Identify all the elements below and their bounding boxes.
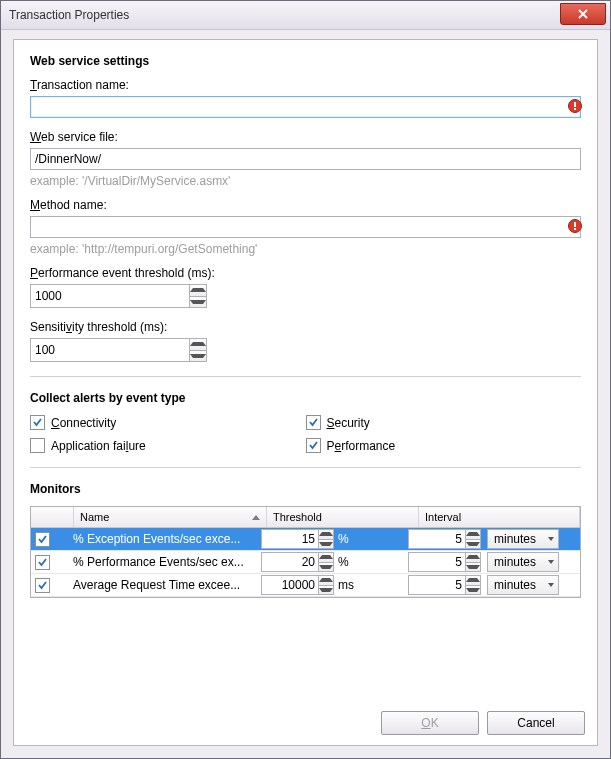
table-row[interactable]: % Performance Events/sec ex...%minutes <box>31 551 580 574</box>
application-failure-label: Application failure <box>51 439 146 453</box>
chevron-down-icon <box>466 542 480 546</box>
section-monitors: Monitors <box>30 482 581 496</box>
svg-rect-2 <box>574 108 576 110</box>
chevron-down-icon <box>548 560 554 564</box>
chevron-up-icon <box>466 555 480 559</box>
interval-input[interactable] <box>409 530 465 548</box>
application-failure-checkbox[interactable] <box>30 438 45 453</box>
close-icon <box>578 9 588 19</box>
web-service-file-hint: example: '/VirtualDir/MyService.asmx' <box>30 174 581 188</box>
interval-unit-label: minutes <box>494 578 536 592</box>
method-name-hint: example: 'http://tempuri.org/GetSomethin… <box>30 242 581 256</box>
spin-down-button[interactable] <box>466 562 480 572</box>
chevron-down-icon <box>190 300 206 304</box>
svg-rect-4 <box>574 222 576 227</box>
chevron-up-icon <box>319 555 333 559</box>
transaction-name-label: Transaction name: <box>30 78 581 92</box>
header-name-col[interactable]: Name <box>74 507 267 527</box>
chevron-down-icon <box>466 588 480 592</box>
monitor-name-cell: % Exception Events/sec exce... <box>69 528 257 550</box>
spin-up-button[interactable] <box>190 285 206 296</box>
spin-up-button[interactable] <box>319 553 333 562</box>
table-row[interactable]: Average Request Time excee...msminutes <box>31 574 580 597</box>
section-web-service-settings: Web service settings <box>30 54 581 68</box>
spin-up-button[interactable] <box>319 530 333 539</box>
chevron-down-icon <box>319 565 333 569</box>
chevron-up-icon <box>319 532 333 536</box>
threshold-unit: ms <box>338 578 354 592</box>
chevron-up-icon <box>319 578 333 582</box>
chevron-down-icon <box>548 583 554 587</box>
method-name-input[interactable] <box>30 216 581 238</box>
spin-up-button[interactable] <box>466 530 480 539</box>
monitors-header: Name Threshold Interval <box>31 507 580 528</box>
connectivity-checkbox[interactable] <box>30 415 45 430</box>
monitor-row-checkbox[interactable] <box>35 532 50 547</box>
spin-down-button[interactable] <box>319 585 333 595</box>
spin-up-button[interactable] <box>466 576 480 585</box>
sensitivity-threshold-spinner[interactable] <box>30 338 207 362</box>
security-checkbox[interactable] <box>306 415 321 430</box>
error-icon <box>567 98 583 114</box>
window-title: Transaction Properties <box>9 8 560 22</box>
monitors-table: Name Threshold Interval % Exception Even… <box>30 506 581 598</box>
monitor-row-checkbox[interactable] <box>35 578 50 593</box>
transaction-name-input[interactable] <box>30 96 581 118</box>
method-name-label: Method name: <box>30 198 581 212</box>
spin-up-button[interactable] <box>466 553 480 562</box>
connectivity-label: Connectivity <box>51 416 116 430</box>
monitor-name-cell: Average Request Time excee... <box>69 574 257 596</box>
chevron-up-icon <box>190 288 206 292</box>
spin-up-button[interactable] <box>319 576 333 585</box>
chevron-down-icon <box>319 588 333 592</box>
ok-button[interactable]: OK <box>381 711 479 735</box>
threshold-spinner[interactable] <box>261 529 334 549</box>
svg-rect-1 <box>574 102 576 107</box>
spin-down-button[interactable] <box>190 350 206 362</box>
svg-rect-5 <box>574 228 576 230</box>
sort-asc-icon <box>252 515 260 520</box>
spin-down-button[interactable] <box>190 296 206 308</box>
header-checkbox-col[interactable] <box>31 507 74 527</box>
performance-threshold-label: Performance event threshold (ms): <box>30 266 581 280</box>
dialog-footer: OK Cancel <box>381 711 585 735</box>
security-label: Security <box>327 416 370 430</box>
interval-unit-select[interactable]: minutes <box>487 552 559 572</box>
threshold-input[interactable] <box>262 530 318 548</box>
sensitivity-threshold-input[interactable] <box>31 339 189 361</box>
cancel-button[interactable]: Cancel <box>487 711 585 735</box>
interval-input[interactable] <box>409 553 465 571</box>
spin-down-button[interactable] <box>466 585 480 595</box>
header-interval-col[interactable]: Interval <box>419 507 580 527</box>
chevron-down-icon <box>548 537 554 541</box>
threshold-input[interactable] <box>262 576 318 594</box>
spin-down-button[interactable] <box>319 562 333 572</box>
interval-spinner[interactable] <box>408 575 481 595</box>
performance-threshold-input[interactable] <box>31 285 189 307</box>
dialog-body: Web service settings Transaction name: W… <box>13 39 598 746</box>
interval-spinner[interactable] <box>408 552 481 572</box>
performance-checkbox[interactable] <box>306 438 321 453</box>
performance-threshold-spinner[interactable] <box>30 284 207 308</box>
interval-spinner[interactable] <box>408 529 481 549</box>
header-threshold-col[interactable]: Threshold <box>267 507 419 527</box>
threshold-spinner[interactable] <box>261 552 334 572</box>
spin-down-button[interactable] <box>466 539 480 549</box>
web-service-file-input[interactable] <box>30 148 581 170</box>
monitor-row-checkbox[interactable] <box>35 555 50 570</box>
threshold-unit: % <box>338 532 349 546</box>
close-button[interactable] <box>560 3 606 25</box>
interval-unit-select[interactable]: minutes <box>487 575 559 595</box>
spin-up-button[interactable] <box>190 339 206 350</box>
threshold-input[interactable] <box>262 553 318 571</box>
titlebar: Transaction Properties <box>1 1 610 30</box>
interval-input[interactable] <box>409 576 465 594</box>
threshold-unit: % <box>338 555 349 569</box>
interval-unit-label: minutes <box>494 532 536 546</box>
threshold-spinner[interactable] <box>261 575 334 595</box>
section-collect-alerts: Collect alerts by event type <box>30 391 581 405</box>
table-row[interactable]: % Exception Events/sec exce...%minutes <box>31 528 580 551</box>
spin-down-button[interactable] <box>319 539 333 549</box>
performance-label: Performance <box>327 439 396 453</box>
interval-unit-select[interactable]: minutes <box>487 529 559 549</box>
